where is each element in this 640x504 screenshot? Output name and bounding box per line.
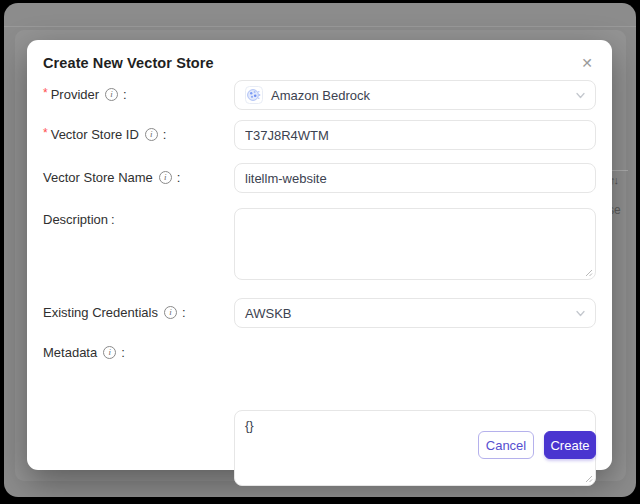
chevron-down-icon [575, 90, 586, 101]
chevron-down-icon [575, 308, 586, 319]
label-colon: : [123, 87, 127, 102]
label-colon: : [111, 212, 115, 227]
amazon-bedrock-icon [245, 86, 263, 104]
vector-store-id-wrap [234, 120, 596, 150]
existing-credentials-label: Existing Credentials i : [43, 305, 186, 320]
metadata-label: Metadata i : [43, 345, 125, 360]
description-wrap [234, 208, 596, 280]
label-colon: : [177, 170, 181, 185]
info-icon[interactable]: i [103, 346, 116, 359]
required-marker: * [43, 126, 48, 140]
info-icon[interactable]: i [145, 128, 158, 141]
description-label: Description : [43, 212, 115, 227]
metadata-wrap: {} [234, 410, 596, 486]
modal-title: Create New Vector Store [43, 55, 214, 71]
vector-store-id-label: * Vector Store ID i : [43, 127, 166, 142]
create-vector-store-modal: Create New Vector Store ✕ * Provider i : [27, 40, 612, 470]
existing-credentials-wrap: AWSKB [234, 298, 596, 328]
provider-select[interactable]: Amazon Bedrock [234, 80, 596, 110]
background-header-divider [4, 26, 636, 27]
provider-label-text: Provider [51, 87, 99, 102]
metadata-textarea[interactable]: {} [234, 410, 596, 486]
description-label-text: Description [43, 212, 108, 227]
info-icon[interactable]: i [105, 88, 118, 101]
metadata-label-text: Metadata [43, 345, 97, 360]
label-colon: : [121, 345, 125, 360]
vector-store-name-label-text: Vector Store Name [43, 170, 153, 185]
label-colon: : [163, 127, 167, 142]
screen: ↑↓ se Create New Vector Store ✕ * Provid… [0, 0, 640, 504]
description-textarea[interactable] [234, 208, 596, 280]
info-icon[interactable]: i [159, 171, 172, 184]
provider-select-value: Amazon Bedrock [271, 88, 370, 103]
cancel-button[interactable]: Cancel [478, 431, 534, 459]
vector-store-name-input[interactable] [234, 163, 596, 193]
vector-store-id-label-text: Vector Store ID [51, 127, 139, 142]
vector-store-name-label: Vector Store Name i : [43, 170, 180, 185]
required-marker: * [43, 86, 48, 100]
vector-store-name-wrap [234, 163, 596, 193]
create-button[interactable]: Create [544, 431, 596, 459]
provider-select-wrap: Amazon Bedrock [234, 80, 596, 110]
vector-store-id-input[interactable] [234, 120, 596, 150]
provider-label: * Provider i : [43, 87, 127, 102]
close-icon[interactable]: ✕ [577, 53, 597, 73]
label-colon: : [182, 305, 186, 320]
existing-credentials-label-text: Existing Credentials [43, 305, 158, 320]
info-icon[interactable]: i [164, 306, 177, 319]
existing-credentials-value: AWSKB [245, 306, 291, 321]
existing-credentials-select[interactable]: AWSKB [234, 298, 596, 328]
